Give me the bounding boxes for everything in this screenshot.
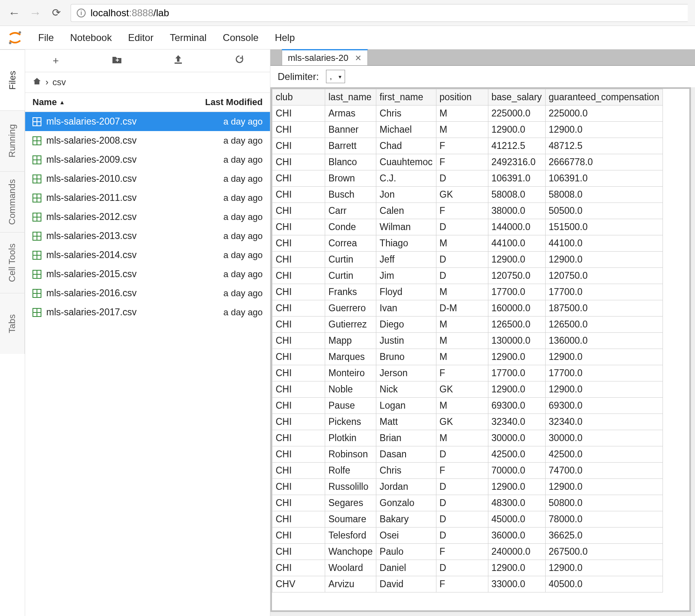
cell[interactable]: 30000.0 (488, 430, 545, 446)
cell[interactable]: 12900.0 (488, 381, 545, 398)
file-item[interactable]: mls-salaries-2013.csva day ago (25, 226, 270, 246)
cell[interactable]: F (436, 365, 488, 381)
reload-button[interactable]: ⟳ (50, 6, 63, 19)
cell[interactable]: CHI (272, 560, 325, 576)
cell[interactable]: D-M (436, 300, 488, 317)
table-row[interactable]: CHIFranksFloydM17700.017700.0 (272, 284, 663, 300)
cell[interactable]: 38000.0 (488, 203, 545, 219)
cell[interactable]: Jon (376, 187, 436, 203)
cell[interactable]: CHI (272, 463, 325, 479)
cell[interactable]: 120750.0 (488, 268, 545, 284)
cell[interactable]: 30000.0 (545, 430, 663, 446)
cell[interactable]: D (436, 446, 488, 463)
table-row[interactable]: CHIMarquesBrunoM12900.012900.0 (272, 349, 663, 365)
cell[interactable]: CHI (272, 528, 325, 544)
column-header[interactable]: guaranteed_compensation (545, 89, 663, 106)
cell[interactable]: Justin (376, 333, 436, 349)
cell[interactable]: CHI (272, 187, 325, 203)
cell[interactable]: 2666778.0 (545, 154, 663, 170)
cell[interactable]: 151500.0 (545, 219, 663, 235)
table-row[interactable]: CHIArmasChrisM225000.0225000.0 (272, 106, 663, 122)
cell[interactable]: Gutierrez (325, 317, 376, 333)
new-folder-button[interactable] (109, 54, 125, 67)
address-bar[interactable]: i localhost:8888/lab (71, 4, 688, 22)
cell[interactable]: CHI (272, 170, 325, 187)
cell[interactable]: D (436, 495, 488, 511)
menu-terminal[interactable]: Terminal (162, 32, 215, 43)
cell[interactable]: Osei (376, 528, 436, 544)
cell[interactable]: 12900.0 (545, 479, 663, 495)
left-tab-running[interactable]: Running (0, 110, 25, 171)
table-row[interactable]: CHIBannerMichaelM12900.012900.0 (272, 122, 663, 138)
cell[interactable]: CHI (272, 268, 325, 284)
cell[interactable]: CHI (272, 154, 325, 170)
cell[interactable]: Pickens (325, 414, 376, 430)
cell[interactable]: Thiago (376, 235, 436, 252)
cell[interactable]: D (436, 511, 488, 528)
cell[interactable]: Soumare (325, 511, 376, 528)
forward-button[interactable]: → (28, 6, 42, 20)
cell[interactable]: Daniel (376, 560, 436, 576)
cell[interactable]: Armas (325, 106, 376, 122)
cell[interactable]: Logan (376, 398, 436, 414)
table-row[interactable]: CHIPauseLoganM69300.069300.0 (272, 398, 663, 414)
table-row[interactable]: CHVArvizuDavidF33000.040500.0 (272, 576, 663, 592)
cell[interactable]: 126500.0 (545, 317, 663, 333)
menu-file[interactable]: File (30, 32, 62, 43)
cell[interactable]: CHI (272, 333, 325, 349)
cell[interactable]: 12900.0 (488, 252, 545, 268)
column-header[interactable]: first_name (376, 89, 436, 106)
cell[interactable]: D (436, 252, 488, 268)
table-row[interactable]: CHIPlotkinBrianM30000.030000.0 (272, 430, 663, 446)
file-item[interactable]: mls-salaries-2010.csva day ago (25, 169, 270, 188)
cell[interactable]: 12900.0 (488, 122, 545, 138)
cell[interactable]: Guerrero (325, 300, 376, 317)
cell[interactable]: CHI (272, 203, 325, 219)
cell[interactable]: David (376, 576, 436, 592)
file-item[interactable]: mls-salaries-2016.csva day ago (25, 284, 270, 303)
cell[interactable]: Mapp (325, 333, 376, 349)
cell[interactable]: M (436, 333, 488, 349)
cell[interactable]: F (436, 576, 488, 592)
cell[interactable]: Jerson (376, 365, 436, 381)
cell[interactable]: Busch (325, 187, 376, 203)
menu-notebook[interactable]: Notebook (62, 32, 120, 43)
table-row[interactable]: CHICorreaThiagoM44100.044100.0 (272, 235, 663, 252)
cell[interactable]: 17700.0 (545, 284, 663, 300)
cell[interactable]: 106391.0 (488, 170, 545, 187)
cell[interactable]: Noble (325, 381, 376, 398)
cell[interactable]: 12900.0 (488, 560, 545, 576)
cell[interactable]: 69300.0 (545, 398, 663, 414)
table-row[interactable]: CHICarrCalenF38000.050500.0 (272, 203, 663, 219)
cell[interactable]: 2492316.0 (488, 154, 545, 170)
cell[interactable]: CHI (272, 284, 325, 300)
cell[interactable]: 17700.0 (545, 365, 663, 381)
cell[interactable]: 120750.0 (545, 268, 663, 284)
cell[interactable]: Barrett (325, 138, 376, 154)
cell[interactable]: Calen (376, 203, 436, 219)
new-launcher-button[interactable]: + (47, 54, 64, 67)
cell[interactable]: 41212.5 (488, 138, 545, 154)
cell[interactable]: Nick (376, 381, 436, 398)
cell[interactable]: Franks (325, 284, 376, 300)
cell[interactable]: Ivan (376, 300, 436, 317)
file-item[interactable]: mls-salaries-2014.csva day ago (25, 246, 270, 265)
cell[interactable]: Bakary (376, 511, 436, 528)
table-row[interactable]: CHITelesfordOseiD36000.036625.0 (272, 528, 663, 544)
column-header[interactable]: club (272, 89, 325, 106)
cell[interactable]: CHI (272, 446, 325, 463)
cell[interactable]: D (436, 170, 488, 187)
cell[interactable]: 12900.0 (545, 252, 663, 268)
site-info-icon[interactable]: i (77, 9, 86, 17)
cell[interactable]: 45000.0 (488, 511, 545, 528)
table-row[interactable]: CHIMonteiroJersonF17700.017700.0 (272, 365, 663, 381)
cell[interactable]: 33000.0 (488, 576, 545, 592)
cell[interactable]: 12900.0 (545, 122, 663, 138)
table-row[interactable]: CHIBarrettChadF41212.548712.5 (272, 138, 663, 154)
cell[interactable]: 225000.0 (488, 106, 545, 122)
cell[interactable]: 36625.0 (545, 528, 663, 544)
cell[interactable]: Woolard (325, 560, 376, 576)
cell[interactable]: Curtin (325, 268, 376, 284)
cell[interactable]: Chad (376, 138, 436, 154)
refresh-button[interactable] (231, 54, 248, 67)
